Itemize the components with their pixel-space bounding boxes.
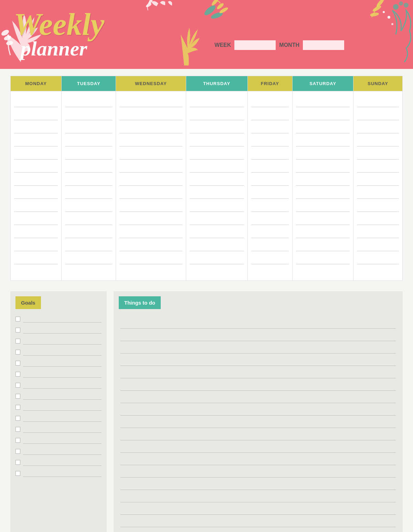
thursday-cell[interactable] [186, 91, 247, 281]
line [65, 238, 112, 251]
friday-cell[interactable] [247, 91, 293, 281]
saturday-lines [296, 94, 350, 278]
goals-line [23, 349, 102, 356]
line [14, 107, 58, 120]
line [14, 146, 58, 160]
line [190, 251, 244, 264]
line [14, 212, 58, 225]
goals-panel: Goals [10, 291, 107, 532]
line [296, 120, 350, 133]
checkbox[interactable] [15, 394, 20, 399]
line [296, 186, 350, 199]
line [190, 186, 244, 199]
svg-point-17 [383, 11, 385, 13]
checkbox[interactable] [15, 416, 20, 421]
line [65, 251, 112, 264]
deco-center-icon [131, 0, 234, 69]
line [65, 212, 112, 225]
line [65, 133, 112, 146]
checkbox[interactable] [15, 427, 20, 432]
todo-line [120, 529, 396, 532]
checkbox[interactable] [15, 405, 20, 410]
line [357, 107, 399, 120]
line [14, 120, 58, 133]
line [190, 225, 244, 238]
saturday-cell[interactable] [293, 91, 353, 281]
header: Weekly planner WEEK MONTH [0, 0, 413, 69]
tuesday-cell[interactable] [62, 91, 116, 281]
line [296, 173, 350, 186]
list-item [15, 314, 102, 324]
line [296, 251, 350, 264]
monday-cell[interactable] [11, 91, 62, 281]
todo-header: Things to do [119, 296, 161, 309]
line [119, 186, 182, 199]
line [119, 212, 182, 225]
goals-header: Goals [15, 296, 41, 309]
svg-point-11 [399, 1, 403, 6]
goals-line [23, 327, 102, 334]
checkbox[interactable] [15, 471, 20, 476]
goals-line [23, 338, 102, 345]
todo-line [120, 355, 396, 366]
svg-point-16 [388, 16, 390, 19]
checkbox[interactable] [15, 361, 20, 366]
checkbox[interactable] [15, 339, 20, 344]
line [65, 173, 112, 186]
list-item [15, 336, 102, 346]
day-thursday: THURSDAY [186, 76, 247, 91]
line [251, 173, 289, 186]
goals-line [23, 437, 102, 444]
list-item [15, 458, 102, 467]
line [296, 107, 350, 120]
line [251, 133, 289, 146]
checkbox[interactable] [15, 383, 20, 388]
line [119, 173, 182, 186]
checkbox[interactable] [15, 460, 20, 465]
checkbox[interactable] [15, 350, 20, 355]
checkbox[interactable] [15, 438, 20, 443]
todo-line [120, 342, 396, 354]
line [357, 238, 399, 251]
line [14, 186, 58, 199]
list-item [15, 424, 102, 434]
line [251, 251, 289, 264]
checkbox[interactable] [15, 372, 20, 377]
line [251, 212, 289, 225]
list-item [15, 447, 102, 456]
line [190, 173, 244, 186]
todo-line [120, 442, 396, 453]
line [357, 146, 399, 160]
todo-line [120, 318, 396, 329]
line [119, 146, 182, 160]
sunday-lines [357, 94, 399, 278]
sunday-cell[interactable] [353, 91, 403, 281]
checkbox[interactable] [15, 449, 20, 454]
week-field[interactable] [234, 40, 276, 50]
line [357, 120, 399, 133]
line [357, 251, 399, 264]
line [119, 238, 182, 251]
line [251, 146, 289, 160]
goals-line [23, 393, 102, 400]
wednesday-lines [119, 94, 182, 278]
month-label: MONTH [279, 42, 299, 48]
svg-point-10 [393, 4, 399, 10]
line [251, 94, 289, 107]
line [119, 120, 182, 133]
checkbox[interactable] [15, 317, 20, 321]
line [14, 160, 58, 173]
line [251, 160, 289, 173]
goals-line [23, 459, 102, 466]
wednesday-cell[interactable] [116, 91, 186, 281]
deco-right-icon [344, 0, 413, 69]
goals-line [23, 382, 102, 389]
line [65, 120, 112, 133]
line [251, 186, 289, 199]
list-item [15, 402, 102, 412]
line [251, 199, 289, 212]
month-field[interactable] [303, 40, 344, 50]
line [65, 225, 112, 238]
checkbox[interactable] [15, 328, 20, 332]
line [14, 133, 58, 146]
